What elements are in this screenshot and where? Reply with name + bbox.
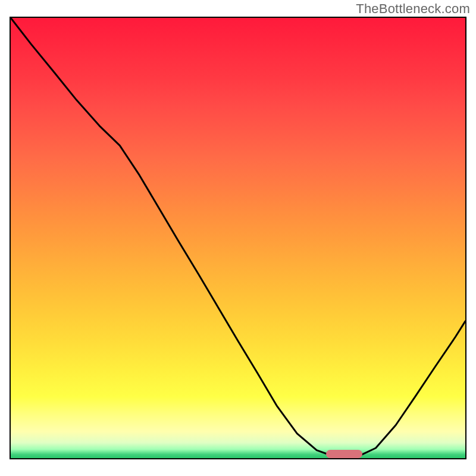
bottleneck-curve bbox=[11, 18, 465, 458]
plot-area bbox=[10, 17, 466, 459]
watermark-text: TheBottleneck.com bbox=[356, 1, 470, 17]
highlight-marker bbox=[326, 450, 362, 458]
